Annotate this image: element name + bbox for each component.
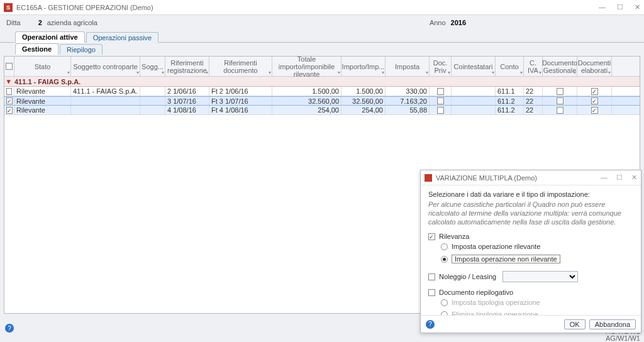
group-row[interactable]: ▾ 411.1 - FAIAG S.p.A. — [4, 77, 640, 87]
col-importo-imp[interactable]: Importo/Imp...▾ — [341, 57, 386, 76]
row-checkbox[interactable] — [4, 97, 14, 105]
col-civa[interactable]: C. IVA▾ — [524, 57, 543, 76]
dialog-minimize-icon[interactable]: — — [601, 174, 608, 182]
ditta-number: 2 — [38, 19, 42, 26]
col-doc-priv[interactable]: Doc. Priv▾ — [430, 57, 452, 76]
checkbox-rilevanza[interactable]: Rilevanza — [428, 233, 633, 240]
tab-riepilogo[interactable]: Riepilogo — [60, 44, 103, 55]
group-label: 411.1 - FAIAG S.p.A. — [14, 78, 80, 86]
table-row[interactable]: Rilevante411.1 - FAIAG S.p.A.2 1/06/16Ft… — [4, 87, 640, 96]
collapse-icon[interactable]: ▾ — [7, 77, 11, 86]
tab-operazioni-passive[interactable]: Operazioni passive — [86, 32, 159, 43]
help-icon[interactable]: ? — [5, 324, 14, 333]
dialog-titlebar: VARIAZIONE MULTIPLA (Demo) — ☐ ✕ — [421, 170, 641, 185]
section-noleggio: Noleggio / Leasing — [428, 271, 633, 282]
abbandona-button[interactable]: Abbandona — [589, 319, 636, 329]
col-tot-imponibile[interactable]: Totale importo/imponibile rilevante▾ — [272, 57, 341, 76]
col-rif-registrazione[interactable]: Riferimenti registrazione▾ — [165, 57, 209, 76]
select-noleggio[interactable] — [502, 271, 578, 282]
tabs-operazioni: Operazioni attive Operazioni passive — [0, 30, 644, 43]
anno-label: Anno — [430, 19, 446, 26]
anno-value: 2016 — [451, 19, 466, 26]
checkbox-noleggio[interactable]: Noleggio / Leasing — [428, 273, 496, 280]
dialog-close-icon[interactable]: ✕ — [631, 174, 637, 182]
close-icon[interactable]: ✕ — [635, 3, 640, 11]
checkbox-riepilogativo[interactable]: Documento riepilogativo — [428, 289, 633, 296]
section-rilevanza: Rilevanza Imposta operazione rilevante I… — [428, 233, 633, 265]
tab-gestione[interactable]: Gestione — [15, 43, 58, 55]
col-stato[interactable]: Stato▾ — [14, 57, 71, 76]
dialog-app-icon — [425, 174, 432, 182]
tab-operazioni-attive[interactable]: Operazioni attive — [15, 31, 85, 43]
app-icon: S — [4, 3, 13, 12]
col-conto[interactable]: Conto▾ — [496, 57, 524, 76]
dialog-help-icon[interactable]: ? — [426, 320, 435, 329]
main-window-titlebar: S EC165A - GESTIONE OPERAZIONI (Demo) — … — [0, 0, 644, 15]
col-doc-elaborati[interactable]: Documenti elaborati▾ — [577, 57, 612, 76]
ok-button[interactable]: OK — [564, 319, 586, 329]
radio-op-rilevante[interactable]: Imposta operazione rilevante — [441, 243, 633, 250]
col-select-all[interactable] — [4, 57, 14, 76]
context-header: Ditta 2 azienda agricola Anno 2016 — [0, 15, 644, 30]
tabs-gestione: Gestione Riepilogo — [0, 42, 644, 55]
row-checkbox[interactable] — [4, 87, 14, 96]
grid-header: Stato▾ Soggetto controparte▾ Sogg...▾ Ri… — [4, 57, 640, 77]
radio-imposta-tipologia: Imposta tipologia operazione — [441, 299, 633, 306]
col-sogg[interactable]: Sogg...▾ — [140, 57, 165, 76]
dialog-note: Per alcune casistiche particolari il Qua… — [428, 201, 633, 226]
section-riepilogativo: Documento riepilogativo Imposta tipologi… — [428, 289, 633, 315]
col-cointestatari[interactable]: Cointestatari▾ — [452, 57, 496, 76]
maximize-icon[interactable]: ☐ — [617, 3, 623, 11]
col-imposta[interactable]: Imposta▾ — [386, 57, 430, 76]
col-rif-documento[interactable]: Riferimenti documento▾ — [209, 57, 272, 76]
col-soggetto-controparte[interactable]: Soggetto controparte▾ — [71, 57, 140, 76]
dialog-title: VARIAZIONE MULTIPLA (Demo) — [436, 174, 537, 182]
ditta-label: Ditta — [6, 19, 21, 26]
dialog-maximize-icon[interactable]: ☐ — [616, 174, 623, 182]
row-checkbox[interactable] — [4, 106, 14, 114]
ditta-name: azienda agricola — [47, 19, 97, 26]
radio-op-non-rilevante[interactable]: Imposta operazione non rilevante — [441, 255, 633, 263]
table-row[interactable]: Rilevante4 1/08/16Ft 4 1/08/16254,00254,… — [4, 106, 640, 115]
window-title: EC165A - GESTIONE OPERAZIONI (Demo) — [16, 4, 153, 11]
dialog-heading: Selezionare i dati da variare e il tipo … — [428, 190, 633, 198]
table-row[interactable]: Rilevante3 1/07/16Ft 3 1/07/1632.560,003… — [4, 96, 640, 106]
col-doc-gestionale[interactable]: Documento Gestionale▾ — [543, 57, 577, 76]
radio-elimina-tipologia: Elimina tipologia operazione — [441, 311, 633, 315]
dialog-variazione-multipla: VARIAZIONE MULTIPLA (Demo) — ☐ ✕ Selezio… — [420, 170, 641, 333]
minimize-icon[interactable]: — — [599, 3, 606, 11]
